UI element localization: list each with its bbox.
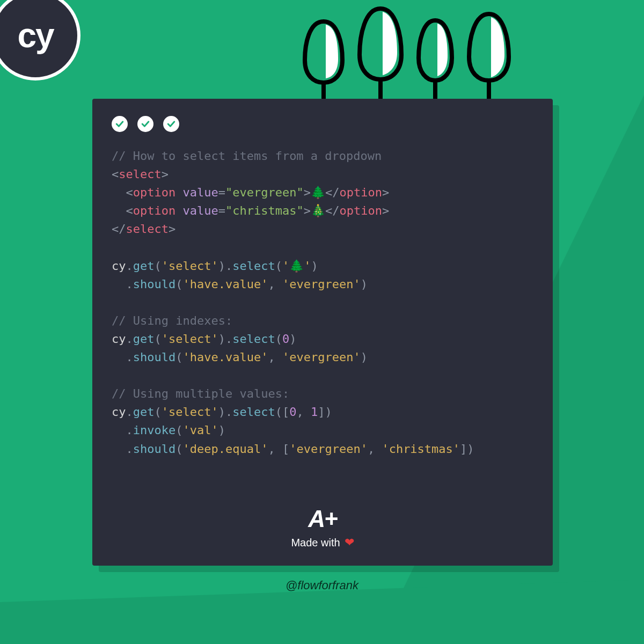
code-comment: // How to select items from a dropdown bbox=[112, 149, 382, 163]
code-card: // How to select items from a dropdown <… bbox=[92, 99, 553, 566]
code-comment: // Using indexes: bbox=[112, 314, 232, 327]
card-footer: A+ Made with ❤ bbox=[112, 506, 533, 555]
tree-icon bbox=[355, 5, 406, 107]
tree-icon bbox=[465, 11, 513, 107]
code-block: // How to select items from a dropdown <… bbox=[112, 147, 533, 458]
heart-icon: ❤ bbox=[345, 536, 354, 550]
tree-decoration bbox=[301, 5, 513, 107]
tree-icon bbox=[301, 17, 347, 107]
aplus-logo: A+ bbox=[112, 506, 533, 532]
check-icon bbox=[137, 116, 153, 132]
check-icon bbox=[112, 116, 128, 132]
code-comment: // Using multiple values: bbox=[112, 387, 289, 400]
tree-icon bbox=[414, 16, 456, 107]
cypress-logo-text: cy bbox=[17, 16, 53, 55]
made-with-label: Made with ❤ bbox=[112, 536, 533, 550]
author-handle: @flowforfrank bbox=[0, 579, 644, 592]
check-icon bbox=[163, 116, 179, 132]
test-status-checks bbox=[112, 116, 533, 132]
